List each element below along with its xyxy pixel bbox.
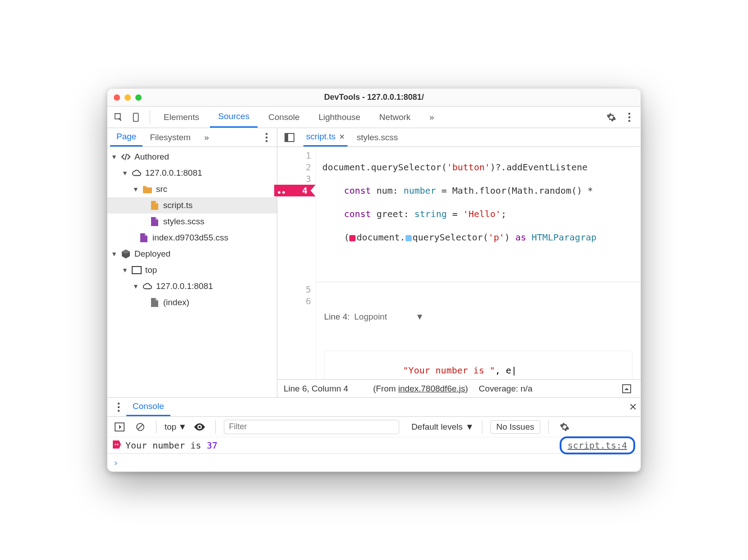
drawer-tab-console[interactable]: Console <box>126 398 170 416</box>
editor-tabs: script.ts ✕ styles.scss <box>277 128 641 147</box>
tree-label: Deployed <box>134 249 170 259</box>
console-settings-icon[interactable] <box>557 419 572 435</box>
navigator-kebab-icon[interactable] <box>259 130 274 145</box>
logpoint-marker[interactable]: 4 •• <box>277 185 311 196</box>
svg-rect-0 <box>134 113 138 121</box>
tree-top[interactable]: ▼ top <box>107 262 277 278</box>
logpoint-editor: Line 4: Logpoint ▼ "Your number is ", e|… <box>316 282 641 379</box>
breakpoint-type-select[interactable]: Logpoint ▼ <box>354 311 424 323</box>
drawer-close-icon[interactable]: ✕ <box>629 401 637 413</box>
coverage-label: Coverage: n/a <box>479 384 532 394</box>
editor-pane: script.ts ✕ styles.scss 1 2 3 4 •• <box>277 128 641 397</box>
tree-deployed[interactable]: ▼ Deployed <box>107 246 277 262</box>
line-number: 3 <box>277 173 311 185</box>
logpoint-expression-input[interactable]: "Your number is ", e| <box>324 351 632 379</box>
tree-index[interactable]: (index) <box>107 294 277 311</box>
tree-label: (index) <box>163 298 189 307</box>
kebab-icon[interactable] <box>622 110 637 125</box>
file-icon <box>150 298 160 307</box>
close-tab-icon[interactable]: ✕ <box>339 133 345 141</box>
step-marker-icon <box>349 235 356 241</box>
code-editor[interactable]: 1 2 3 4 •• 5 6 document.querySelector('b… <box>277 147 641 379</box>
console-prompt[interactable]: › <box>107 453 641 471</box>
tree-label: script.ts <box>163 200 192 210</box>
editor-tab-label: script.ts <box>306 132 335 142</box>
line-number: 2 <box>277 161 311 173</box>
drawer-kebab-icon[interactable] <box>111 400 126 415</box>
device-toolbar-icon[interactable] <box>129 110 144 125</box>
svg-rect-7 <box>132 267 141 274</box>
gutter: 1 2 3 4 •• 5 6 <box>277 147 316 379</box>
navigator-tabs: Page Filesystem » <box>107 128 277 147</box>
log-source-link[interactable]: script.ts:4 <box>560 436 635 454</box>
sources-body: Page Filesystem » ▼ Authored ▼ 127.0.0.1… <box>107 128 641 397</box>
tree-host2[interactable]: ▼ 127.0.0.1:8081 <box>107 278 277 294</box>
toggle-navigator-icon[interactable] <box>282 130 297 145</box>
editor-status-bar: Line 6, Column 4 (From index.7808df6e.js… <box>277 379 641 397</box>
prompt-chevron-icon: › <box>113 457 119 468</box>
tree-label: styles.scss <box>163 217 205 227</box>
log-value: 37 <box>207 440 218 451</box>
svg-point-13 <box>118 406 120 408</box>
settings-icon[interactable] <box>604 110 619 125</box>
console-toolbar: top▼ Default levels▼ No Issues <box>107 417 641 437</box>
clear-console-icon[interactable] <box>133 419 148 435</box>
scroll-top-icon[interactable] <box>619 381 634 396</box>
navigator-sidebar: Page Filesystem » ▼ Authored ▼ 127.0.0.1… <box>107 128 277 397</box>
cursor-position: Line 6, Column 4 <box>284 384 348 394</box>
console-output: Your number is 37 script.ts:4 › <box>107 437 641 471</box>
tab-elements[interactable]: Elements <box>156 107 207 128</box>
source-map-from: (From index.7808df6e.js) <box>373 384 468 394</box>
tab-sources[interactable]: Sources <box>210 107 258 128</box>
editor-tab-label: styles.scss <box>356 133 398 142</box>
inspect-icon[interactable] <box>111 110 126 125</box>
svg-point-2 <box>628 116 631 118</box>
tab-more[interactable]: » <box>421 107 442 128</box>
svg-point-6 <box>266 140 268 142</box>
tab-console[interactable]: Console <box>260 107 308 128</box>
tab-lighthouse[interactable]: Lighthouse <box>311 107 369 128</box>
file-tree: ▼ Authored ▼ 127.0.0.1:8081 ▼ src script… <box>107 147 277 397</box>
context-selector[interactable]: top▼ <box>165 422 187 432</box>
line-number: 1 <box>277 150 311 161</box>
tree-src-folder[interactable]: ▼ src <box>107 181 277 197</box>
svg-point-18 <box>199 426 201 428</box>
navigator-tab-filesystem[interactable]: Filesystem <box>143 128 197 147</box>
tree-label: 127.0.0.1:8081 <box>145 168 202 178</box>
code-icon <box>121 153 131 161</box>
editor-tab-styles[interactable]: styles.scss <box>354 128 401 147</box>
file-icon <box>139 233 149 243</box>
window-minimize-button[interactable] <box>125 94 131 101</box>
svg-point-3 <box>628 120 631 122</box>
log-entry[interactable]: Your number is 37 script.ts:4 <box>107 437 641 453</box>
tree-label: 127.0.0.1:8081 <box>156 281 213 291</box>
cloud-icon <box>142 282 152 290</box>
tree-label: index.d9703d55.css <box>152 233 228 243</box>
svg-line-17 <box>138 424 143 430</box>
editor-tab-script[interactable]: script.ts ✕ <box>303 128 347 147</box>
tree-file-script[interactable]: script.ts <box>107 197 277 213</box>
tree-file-indexcss[interactable]: index.d9703d55.css <box>107 230 277 246</box>
console-filter-input[interactable] <box>224 420 399 434</box>
source-map-link[interactable]: index.7808df6e.js <box>398 384 465 393</box>
tree-file-styles[interactable]: styles.scss <box>107 213 277 230</box>
line-number: 4 <box>302 185 307 196</box>
issues-button[interactable]: No Issues <box>490 420 540 434</box>
navigator-tab-more[interactable]: » <box>198 128 215 147</box>
line-number: 6 <box>277 295 311 307</box>
tree-host[interactable]: ▼ 127.0.0.1:8081 <box>107 165 277 181</box>
svg-point-1 <box>628 112 631 115</box>
console-sidebar-icon[interactable] <box>112 419 127 435</box>
console-drawer: Console ✕ top▼ Default levels▼ <box>107 397 641 471</box>
tab-network[interactable]: Network <box>371 107 419 128</box>
window-maximize-button[interactable] <box>135 94 142 101</box>
window-close-button[interactable] <box>114 94 120 101</box>
log-levels-select[interactable]: Default levels▼ <box>411 422 474 432</box>
tree-label: top <box>145 265 157 275</box>
navigator-tab-page[interactable]: Page <box>110 128 142 147</box>
svg-point-14 <box>118 409 120 412</box>
titlebar: DevTools - 127.0.0.1:8081/ <box>107 89 641 107</box>
tree-authored[interactable]: ▼ Authored <box>107 149 277 165</box>
code-text[interactable]: document.querySelector('button')?.addEve… <box>316 147 641 379</box>
live-expression-icon[interactable] <box>192 419 207 435</box>
